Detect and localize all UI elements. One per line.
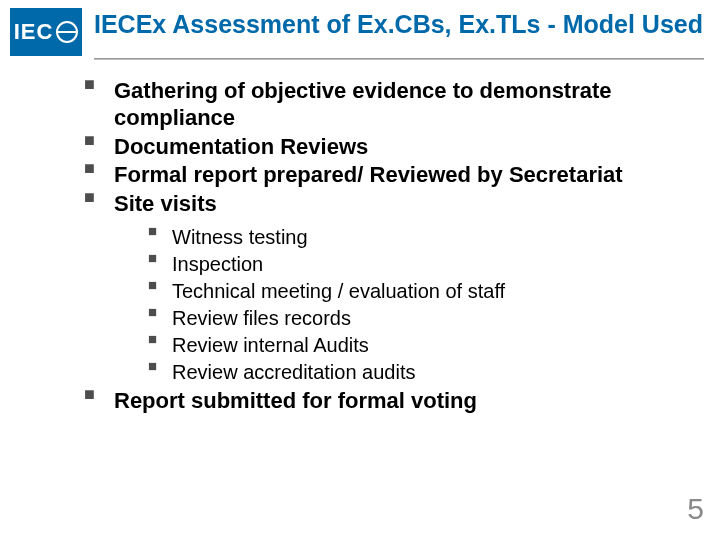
sub-bullet-text: Inspection: [172, 253, 263, 275]
sub-bullet-text: Review files records: [172, 307, 351, 329]
sub-bullet-text: Technical meeting / evaluation of staff: [172, 280, 505, 302]
bullet-list: Gathering of objective evidence to demon…: [70, 78, 720, 415]
globe-icon: [56, 21, 78, 43]
sub-bullet-text: Witness testing: [172, 226, 308, 248]
list-item: Technical meeting / evaluation of staff: [142, 278, 720, 305]
slide-title: IECEx Assessment of Ex.CBs, Ex.TLs - Mod…: [94, 8, 703, 39]
list-item: Inspection: [142, 251, 720, 278]
list-item: Witness testing: [142, 224, 720, 251]
sub-bullet-list: Witness testing Inspection Technical mee…: [142, 224, 720, 386]
bullet-text: Documentation Reviews: [114, 134, 368, 159]
list-item: Review files records: [142, 305, 720, 332]
page-number: 5: [687, 492, 704, 526]
bullet-text: Gathering of objective evidence to demon…: [114, 78, 612, 130]
bullet-text: Site visits: [114, 191, 217, 216]
slide-header: IEC IECEx Assessment of Ex.CBs, Ex.TLs -…: [0, 0, 720, 56]
sub-bullet-text: Review accreditation audits: [172, 361, 415, 383]
bullet-text: Report submitted for formal voting: [114, 388, 477, 413]
list-item: Gathering of objective evidence to demon…: [70, 78, 720, 132]
bullet-text: Formal report prepared/ Reviewed by Secr…: [114, 162, 623, 187]
iec-logo: IEC: [10, 8, 82, 56]
list-item: Documentation Reviews: [70, 134, 720, 161]
list-item: Review accreditation audits: [142, 359, 720, 386]
logo-text: IEC: [14, 19, 54, 45]
list-item: Site visits Witness testing Inspection T…: [70, 191, 720, 386]
slide-content: Gathering of objective evidence to demon…: [0, 60, 720, 415]
list-item: Report submitted for formal voting: [70, 388, 720, 415]
list-item: Review internal Audits: [142, 332, 720, 359]
sub-bullet-text: Review internal Audits: [172, 334, 369, 356]
list-item: Formal report prepared/ Reviewed by Secr…: [70, 162, 720, 189]
